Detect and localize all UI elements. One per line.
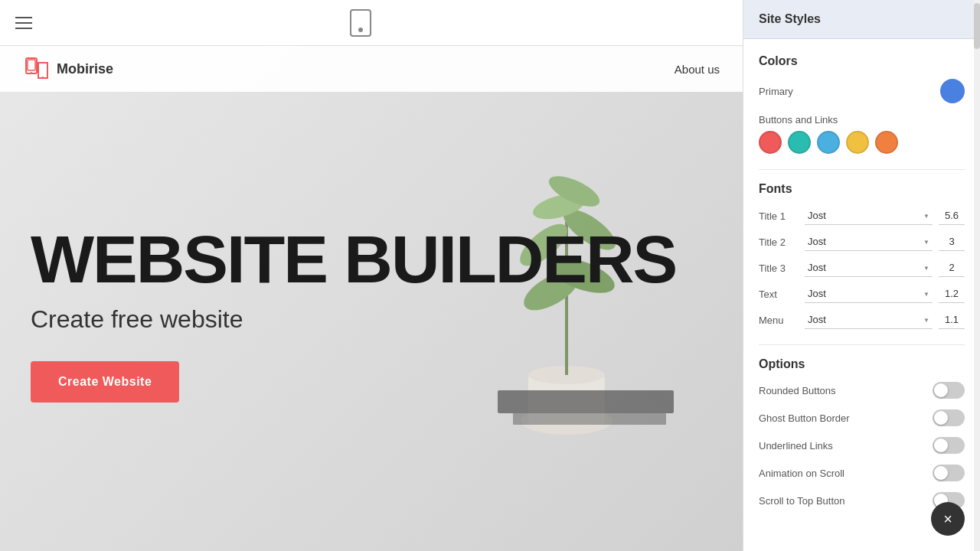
- panel-header: Site Styles: [743, 0, 980, 39]
- primary-color-label: Primary: [759, 86, 793, 97]
- option-row-rounded-buttons: Rounded Buttons: [759, 382, 965, 399]
- option-label-animation-on-scroll: Animation on Scroll: [759, 468, 844, 479]
- primary-color-row: Primary: [759, 79, 965, 103]
- top-bar: [0, 0, 743, 46]
- font-row-menu: Menu Jost: [759, 311, 965, 329]
- option-row-ghost-button-border: Ghost Button Border: [759, 409, 965, 426]
- font-select-wrapper-menu: Jost: [805, 311, 933, 329]
- font-select-wrapper-title2: Jost: [805, 233, 933, 251]
- font-row-title1: Title 1 Jost: [759, 207, 965, 225]
- font-size-title3[interactable]: [939, 259, 965, 277]
- divider-fonts-options: [759, 344, 965, 345]
- hero-subtitle: Create free website: [31, 305, 712, 334]
- logo-icon: [23, 55, 51, 83]
- close-fab-button[interactable]: ×: [931, 502, 965, 536]
- main-area: Mobirise About us: [0, 0, 743, 551]
- colors-section: Colors Primary Buttons and Links: [759, 54, 965, 154]
- font-select-wrapper-text: Jost: [805, 285, 933, 303]
- option-row-scroll-to-top: Scroll to Top Button: [759, 492, 965, 509]
- hero-title: WEBSITE BUILDERS: [31, 226, 712, 293]
- font-label-title3: Title 3: [759, 262, 799, 274]
- svg-rect-16: [513, 413, 666, 425]
- font-select-title2[interactable]: Jost: [805, 233, 933, 251]
- divider-colors-fonts: [759, 169, 965, 170]
- mobile-preview-icon[interactable]: [350, 9, 371, 37]
- font-label-menu: Menu: [759, 315, 799, 326]
- option-label-underlined-links: Underlined Links: [759, 440, 833, 452]
- option-label-rounded-buttons: Rounded Buttons: [759, 385, 835, 396]
- color-buttons-row: [759, 131, 965, 154]
- buttons-links-label: Buttons and Links: [759, 114, 838, 126]
- font-select-title3[interactable]: Jost: [805, 259, 933, 277]
- color-swatch-orange[interactable]: [875, 131, 898, 154]
- option-label-scroll-to-top: Scroll to Top Button: [759, 495, 845, 507]
- primary-color-swatch[interactable]: [940, 79, 965, 103]
- color-swatch-red[interactable]: [759, 131, 782, 154]
- site-logo: Mobirise: [23, 55, 113, 83]
- font-label-title2: Title 2: [759, 236, 799, 248]
- font-row-title2: Title 2 Jost: [759, 233, 965, 251]
- fonts-section-title: Fonts: [759, 182, 965, 196]
- font-row-text: Text Jost: [759, 285, 965, 303]
- toggle-rounded-buttons[interactable]: [933, 382, 965, 399]
- font-size-menu[interactable]: [939, 311, 965, 329]
- right-panel: Site Styles Colors Primary Buttons and L…: [743, 0, 980, 551]
- hero-content: WEBSITE BUILDERS Create free website Cre…: [31, 226, 712, 403]
- font-size-title1[interactable]: [939, 207, 965, 225]
- toggle-animation-on-scroll[interactable]: [933, 465, 965, 481]
- color-swatch-blue[interactable]: [817, 131, 840, 154]
- panel-scrollbar[interactable]: [974, 0, 980, 551]
- website-preview: Mobirise About us: [0, 46, 743, 551]
- font-select-wrapper-title3: Jost: [805, 259, 933, 277]
- option-row-animation-on-scroll: Animation on Scroll: [759, 465, 965, 481]
- font-select-menu[interactable]: Jost: [805, 311, 933, 329]
- option-row-underlined-links: Underlined Links: [759, 437, 965, 454]
- option-label-ghost-button-border: Ghost Button Border: [759, 412, 850, 424]
- toggle-underlined-links[interactable]: [933, 437, 965, 454]
- color-swatch-yellow[interactable]: [846, 131, 869, 154]
- font-select-wrapper-title1: Jost: [805, 207, 933, 225]
- panel-body: Colors Primary Buttons and Links Fonts: [743, 39, 980, 551]
- svg-point-4: [42, 77, 44, 78]
- panel-title: Site Styles: [759, 12, 821, 25]
- font-row-title3: Title 3 Jost: [759, 259, 965, 277]
- toggle-ghost-button-border[interactable]: [933, 409, 965, 426]
- svg-point-3: [31, 72, 32, 73]
- fonts-section: Fonts Title 1 Jost Title 2 Jost: [759, 182, 965, 329]
- nav-link-about[interactable]: About us: [675, 63, 720, 76]
- font-size-text[interactable]: [939, 285, 965, 303]
- font-size-title2[interactable]: [939, 233, 965, 251]
- site-navbar: Mobirise About us: [0, 46, 743, 92]
- options-section-title: Options: [759, 357, 965, 371]
- font-select-title1[interactable]: Jost: [805, 207, 933, 225]
- font-select-text[interactable]: Jost: [805, 285, 933, 303]
- options-section: Options Rounded Buttons Ghost Button Bor…: [759, 357, 965, 509]
- create-website-button[interactable]: Create Website: [31, 361, 179, 403]
- scrollbar-thumb: [974, 3, 980, 49]
- colors-section-title: Colors: [759, 54, 965, 68]
- site-brand-name: Mobirise: [57, 61, 113, 77]
- font-label-title1: Title 1: [759, 210, 799, 222]
- hamburger-icon[interactable]: [15, 17, 32, 29]
- font-label-text: Text: [759, 289, 799, 300]
- color-swatch-teal[interactable]: [788, 131, 811, 154]
